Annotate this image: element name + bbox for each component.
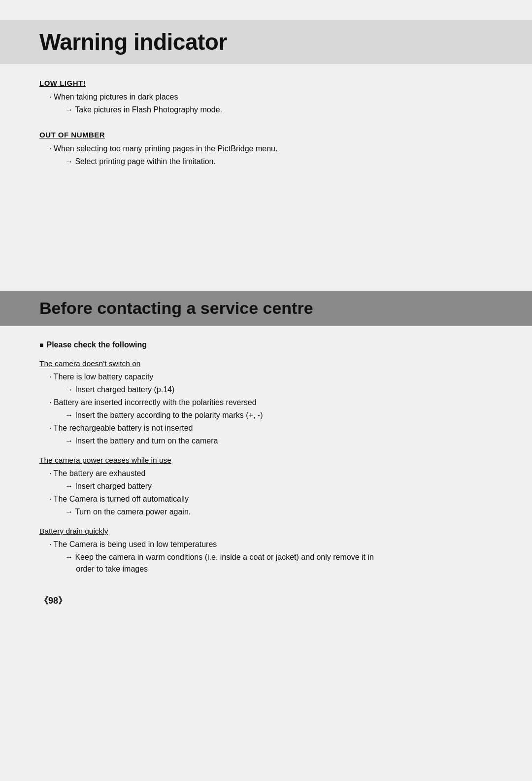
- list-item: → Insert charged battery (p.14): [65, 384, 493, 396]
- list-item: The rechargeable battery is not inserted: [49, 422, 493, 434]
- page: Warning indicator LOW LIGHT! When taking…: [0, 0, 532, 781]
- camera-no-switch-section: The camera doesn't switch on There is lo…: [39, 359, 493, 447]
- page-title: Warning indicator: [39, 29, 493, 55]
- low-light-heading: LOW LIGHT!: [39, 79, 493, 87]
- page-number: 《98》: [39, 595, 493, 607]
- please-check-label: Please check the following: [39, 340, 493, 349]
- low-light-section: LOW LIGHT! When taking pictures in dark …: [39, 79, 493, 116]
- list-item: → Insert the battery and turn on the cam…: [65, 435, 493, 447]
- list-item: There is low battery capacity: [49, 371, 493, 383]
- battery-drain-section: Battery drain quickly The Camera is bein…: [39, 527, 493, 575]
- list-item: → Select printing page within the limita…: [65, 156, 493, 168]
- list-item: → Insert charged battery: [65, 480, 493, 492]
- title-section: Warning indicator: [0, 20, 532, 64]
- out-of-number-heading: OUT OF NUMBER: [39, 131, 493, 139]
- out-of-number-section: OUT OF NUMBER When selecting too many pr…: [39, 131, 493, 168]
- low-light-heading-normal: LIGHT!: [58, 79, 86, 87]
- service-section-title: Before contacting a service centre: [39, 299, 493, 318]
- camera-no-switch-title: The camera doesn't switch on: [39, 359, 493, 368]
- list-item: → Turn on the camera power again.: [65, 506, 493, 518]
- camera-power-ceases-title: The camera power ceases while in use: [39, 456, 493, 465]
- list-item: The battery are exhausted: [49, 468, 493, 479]
- spacer: [39, 182, 493, 291]
- service-title-section: Before contacting a service centre: [0, 291, 532, 326]
- list-item: Battery are inserted incorrectly with th…: [49, 397, 493, 408]
- list-item: → Keep the camera in warm conditions (i.…: [65, 551, 493, 575]
- list-item: The Camera is being used in low temperat…: [49, 539, 493, 550]
- list-item: → Take pictures in Flash Photography mod…: [65, 104, 493, 116]
- list-item: The Camera is turned off automatically: [49, 493, 493, 505]
- low-light-heading-bold: LOW: [39, 79, 58, 87]
- camera-power-ceases-section: The camera power ceases while in use The…: [39, 456, 493, 518]
- list-item: When taking pictures in dark places: [49, 91, 493, 103]
- list-item: → Insert the battery according to the po…: [65, 409, 493, 421]
- battery-drain-title: Battery drain quickly: [39, 527, 493, 536]
- list-item: When selecting too many printing pages i…: [49, 143, 493, 155]
- out-of-number-heading-bold: OUT OF NUMBER: [39, 131, 105, 139]
